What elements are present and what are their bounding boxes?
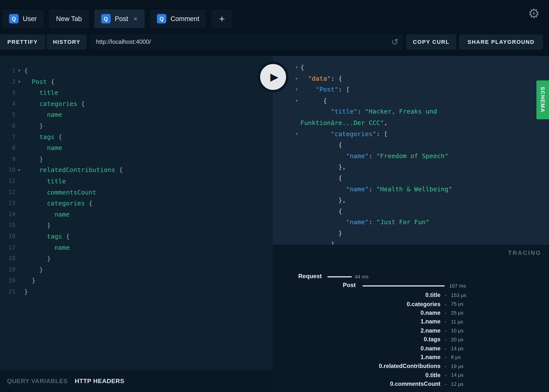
tracing-panel: TRACING Request 44 ms Post 167 ms 0.titl… — [273, 245, 549, 392]
trace-label: 1.name — [273, 318, 440, 325]
reload-icon[interactable]: ↺ — [391, 37, 399, 47]
fold-arrow-icon[interactable]: ▾ — [294, 84, 300, 95]
schema-tab[interactable]: SCHEMA — [536, 80, 549, 119]
settings-gear-icon[interactable]: ⚙ — [528, 7, 540, 20]
new-tab-button[interactable]: + — [212, 9, 232, 28]
fold-arrow-icon[interactable]: ▾ — [294, 73, 300, 84]
code-text: }, — [299, 161, 346, 172]
fold-arrow-icon — [294, 183, 300, 195]
fold-arrow-icon[interactable]: ▾ — [15, 165, 23, 176]
copy-curl-button[interactable]: COPY CURL — [406, 34, 456, 50]
trace-label: 0.name — [273, 310, 440, 316]
code-text: tags { — [23, 231, 70, 242]
result-line: }, — [273, 195, 549, 206]
fold-arrow-icon — [15, 175, 23, 187]
trace-rows: 0.title-153 μs0.categories-75 μs0.name-2… — [273, 291, 476, 388]
line-number: 17 — [0, 242, 15, 253]
fold-arrow-icon — [15, 98, 23, 109]
code-text: name — [23, 142, 62, 153]
fold-arrow-icon — [15, 286, 23, 297]
query-line: 15 } — [0, 220, 273, 231]
result-line: ▾ "Post": [ — [273, 84, 549, 95]
line-number: 4 — [0, 98, 15, 109]
result-line: "title": "Hacker, Freaks und — [273, 106, 549, 117]
line-number: 20 — [0, 275, 15, 286]
tab-user[interactable]: Q User — [2, 9, 44, 28]
code-text: title — [23, 175, 66, 187]
query-variables-tab[interactable]: QUERY VARIABLES — [7, 377, 68, 385]
trace-label: 1.name — [273, 354, 440, 361]
query-line: 4 categories { — [0, 98, 273, 109]
query-badge-icon: Q — [9, 14, 19, 24]
tab-comment[interactable]: Q Comment — [150, 9, 206, 28]
line-number: 10 — [0, 165, 15, 176]
query-line: 12 commentsCount — [0, 187, 273, 198]
tab-new-tab[interactable]: New Tab — [49, 9, 89, 28]
endpoint-input[interactable] — [90, 34, 403, 50]
trace-dash: - — [440, 292, 451, 298]
code-text: "Post": [ — [299, 84, 350, 95]
close-icon[interactable]: × — [133, 15, 137, 23]
fold-arrow-icon[interactable]: ▾ — [294, 128, 300, 139]
trace-row: 0.name-25 μs — [273, 308, 476, 317]
code-text: commentsCount — [23, 187, 96, 198]
trace-dash: - — [440, 301, 451, 307]
trace-value: 19 μs — [451, 363, 464, 369]
history-button[interactable]: HISTORY — [47, 34, 87, 50]
tab-label: User — [23, 15, 37, 23]
query-line: 19 } — [0, 264, 273, 275]
response-viewer: ▾{▾ "data": {▾ "Post": [▾ { "title": "Ha… — [273, 56, 549, 245]
fold-arrow-icon[interactable]: ▾ — [15, 65, 23, 76]
share-playground-button[interactable]: SHARE PLAYGROUND — [459, 34, 543, 50]
code-text: } — [23, 253, 51, 264]
line-number: 5 — [0, 109, 15, 120]
tab-post[interactable]: Q Post × — [94, 9, 145, 28]
line-number: 14 — [0, 209, 15, 220]
fold-arrow-icon — [15, 153, 23, 165]
trace-row: 0.name-14 μs — [273, 344, 476, 353]
fold-arrow-icon[interactable]: ▾ — [15, 76, 23, 87]
trace-row: 1.name-8 μs — [273, 353, 476, 362]
code-text: "name": "Just For Fun" — [299, 217, 429, 228]
trace-row: 0.title-14 μs — [273, 370, 476, 379]
code-text: { — [299, 62, 304, 73]
fold-arrow-icon — [15, 198, 23, 209]
trace-span-value: 167 ms — [449, 283, 466, 289]
trace-label: 0.title — [273, 292, 440, 298]
result-line: }, — [273, 161, 549, 172]
code-text: { — [23, 65, 28, 76]
execute-button[interactable]: ▶ — [258, 62, 288, 92]
code-text: } — [23, 220, 51, 231]
trace-row: 0.title-153 μs — [273, 291, 476, 299]
tab-strip: Q User New Tab Q Post × Q Comment + — [2, 9, 232, 28]
prettify-button[interactable]: PRETTIFY — [0, 34, 45, 50]
line-number: 7 — [0, 131, 15, 143]
code-text: { — [299, 95, 327, 106]
fold-arrow-icon[interactable]: ▾ — [294, 95, 300, 106]
line-number: 19 — [0, 264, 15, 275]
query-line: 7 tags { — [0, 131, 273, 143]
line-number: 13 — [0, 198, 15, 209]
code-text: name — [23, 209, 70, 220]
result-line: ] — [273, 239, 549, 245]
http-headers-tab[interactable]: HTTP HEADERS — [75, 377, 124, 385]
tab-label: Comment — [170, 15, 199, 23]
fold-arrow-icon — [15, 209, 23, 220]
query-line: 16 tags { — [0, 231, 273, 242]
fold-arrow-icon — [294, 106, 300, 117]
trace-label: 0.categories — [273, 301, 440, 307]
fold-arrow-icon — [15, 187, 23, 198]
code-text: "categories": [ — [299, 128, 388, 139]
trace-dash: - — [440, 310, 451, 316]
line-number: 6 — [0, 120, 15, 131]
result-line: Funktionäre...Der CCC", — [273, 117, 549, 128]
query-editor[interactable]: 1▾{2▾ Post {3 title4 categories {5 name6… — [0, 56, 273, 370]
trace-dash: - — [440, 328, 451, 334]
trace-span-value: 44 ms — [355, 274, 369, 280]
trace-value: 12 μs — [451, 381, 464, 387]
fold-arrow-icon[interactable]: ▾ — [294, 62, 300, 73]
code-text: } — [23, 120, 43, 131]
trace-dash: - — [440, 319, 451, 325]
fold-arrow-icon — [15, 242, 23, 253]
code-text: title — [23, 87, 58, 98]
